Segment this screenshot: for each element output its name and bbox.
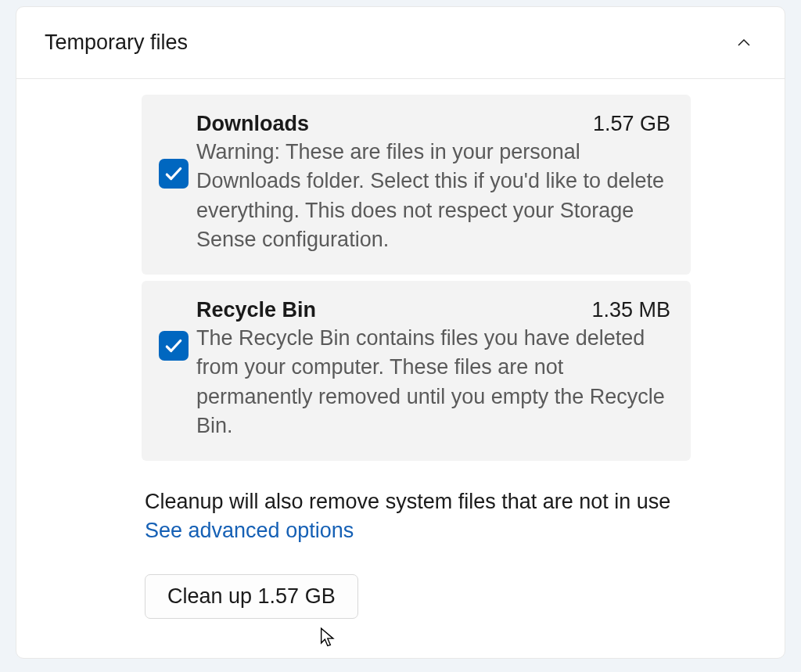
cleanup-button[interactable]: Clean up 1.57 GB	[145, 574, 358, 619]
downloads-checkbox[interactable]	[159, 159, 189, 189]
cleanup-item-recyclebin: Recycle Bin 1.35 MB The Recycle Bin cont…	[142, 281, 691, 461]
recyclebin-size: 1.35 MB	[591, 298, 670, 322]
chevron-up-icon	[735, 34, 753, 52]
checkmark-icon	[163, 336, 184, 356]
recyclebin-title: Recycle Bin	[196, 298, 316, 322]
recyclebin-content: Recycle Bin 1.35 MB The Recycle Bin cont…	[196, 298, 670, 440]
recyclebin-checkbox[interactable]	[159, 331, 189, 361]
temporary-files-panel: Temporary files Downloads 1.57 GB Warnin…	[16, 6, 785, 659]
advanced-options-link[interactable]: See advanced options	[145, 519, 354, 543]
downloads-size: 1.57 GB	[593, 112, 670, 136]
downloads-title: Downloads	[196, 112, 309, 136]
panel-title: Temporary files	[45, 31, 188, 55]
cleanup-item-downloads: Downloads 1.57 GB Warning: These are fil…	[142, 95, 691, 275]
cleanup-note-text: Cleanup will also remove system files th…	[145, 487, 691, 517]
panel-body: Downloads 1.57 GB Warning: These are fil…	[16, 79, 785, 658]
checkmark-icon	[163, 164, 184, 184]
recyclebin-description: The Recycle Bin contains files you have …	[196, 324, 670, 440]
panel-header[interactable]: Temporary files	[16, 7, 785, 79]
downloads-content: Downloads 1.57 GB Warning: These are fil…	[196, 112, 670, 254]
downloads-description: Warning: These are files in your persona…	[196, 138, 670, 254]
cleanup-note-block: Cleanup will also remove system files th…	[145, 487, 691, 543]
